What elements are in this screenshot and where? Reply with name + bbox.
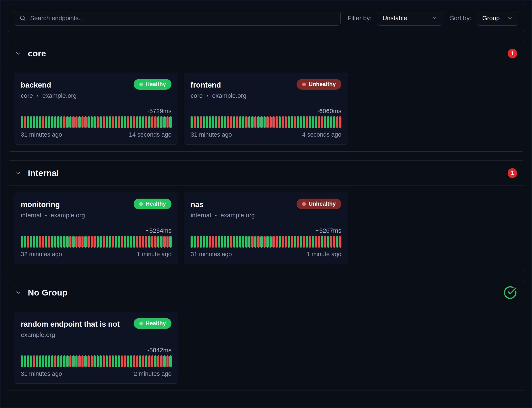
filter-select[interactable]: Unstable bbox=[377, 11, 443, 26]
history-bar[interactable] bbox=[154, 116, 157, 128]
history-bar[interactable] bbox=[264, 116, 266, 128]
history-bar[interactable] bbox=[115, 355, 117, 367]
history-bar[interactable] bbox=[248, 236, 251, 248]
history-bar[interactable] bbox=[300, 236, 302, 248]
history-bar[interactable] bbox=[282, 116, 284, 128]
history-bar[interactable] bbox=[148, 116, 150, 128]
history-bar[interactable] bbox=[142, 116, 144, 128]
history-bar[interactable] bbox=[154, 355, 157, 367]
history-bar[interactable] bbox=[318, 116, 320, 128]
history-bar[interactable] bbox=[124, 116, 126, 128]
history-bar[interactable] bbox=[103, 116, 105, 128]
history-bar[interactable] bbox=[333, 236, 335, 248]
history-bar[interactable] bbox=[233, 116, 235, 128]
history-bar[interactable] bbox=[30, 116, 32, 128]
history-bar[interactable] bbox=[66, 236, 69, 248]
history-bar[interactable] bbox=[103, 236, 105, 248]
history-bar[interactable] bbox=[106, 355, 108, 367]
history-bar[interactable] bbox=[87, 236, 90, 248]
sort-select[interactable]: Group bbox=[477, 11, 518, 26]
history-bar[interactable] bbox=[54, 116, 57, 128]
history-bar[interactable] bbox=[294, 236, 296, 248]
history-bar[interactable] bbox=[118, 236, 120, 248]
history-bar[interactable] bbox=[42, 355, 44, 367]
history-bar[interactable] bbox=[275, 236, 278, 248]
history-bar[interactable] bbox=[339, 236, 341, 248]
history-bar[interactable] bbox=[209, 236, 211, 248]
history-bar[interactable] bbox=[151, 236, 154, 248]
endpoint-card[interactable]: backend Healthy core • example.org ~5729… bbox=[14, 73, 178, 144]
history-bar[interactable] bbox=[139, 236, 141, 248]
history-bar[interactable] bbox=[130, 355, 132, 367]
group-header[interactable]: internal 1 bbox=[7, 161, 525, 186]
history-bar[interactable] bbox=[109, 116, 111, 128]
history-bar[interactable] bbox=[270, 116, 272, 128]
history-bar[interactable] bbox=[254, 116, 257, 128]
history-bar[interactable] bbox=[130, 116, 132, 128]
history-bar[interactable] bbox=[257, 116, 259, 128]
history-bar[interactable] bbox=[312, 236, 314, 248]
history-bar[interactable] bbox=[63, 236, 66, 248]
history-bar[interactable] bbox=[127, 355, 129, 367]
history-bar[interactable] bbox=[39, 236, 41, 248]
history-bar[interactable] bbox=[91, 236, 93, 248]
history-bar[interactable] bbox=[30, 355, 32, 367]
history-bar[interactable] bbox=[260, 116, 263, 128]
history-bar[interactable] bbox=[327, 116, 329, 128]
history-bar[interactable] bbox=[151, 355, 154, 367]
history-bar[interactable] bbox=[160, 116, 163, 128]
history-bar[interactable] bbox=[321, 236, 323, 248]
history-bar[interactable] bbox=[133, 355, 135, 367]
group-header[interactable]: No Group bbox=[7, 280, 525, 305]
history-bar[interactable] bbox=[33, 116, 35, 128]
endpoint-card[interactable]: frontend Unhealthy core • example.org ~6… bbox=[184, 73, 348, 144]
history-bar[interactable] bbox=[82, 355, 84, 367]
history-bar[interactable] bbox=[266, 236, 269, 248]
history-bar[interactable] bbox=[84, 116, 87, 128]
history-bar[interactable] bbox=[27, 116, 29, 128]
history-bar[interactable] bbox=[218, 236, 220, 248]
history-bar[interactable] bbox=[324, 116, 326, 128]
history-bar[interactable] bbox=[33, 355, 35, 367]
history-bar[interactable] bbox=[66, 355, 69, 367]
history-bar[interactable] bbox=[160, 355, 163, 367]
history-bar[interactable] bbox=[148, 236, 150, 248]
history-bar[interactable] bbox=[75, 116, 78, 128]
history-bar[interactable] bbox=[115, 116, 117, 128]
history-bar[interactable] bbox=[21, 236, 23, 248]
history-bar[interactable] bbox=[312, 116, 314, 128]
history-bar[interactable] bbox=[330, 236, 332, 248]
history-bar[interactable] bbox=[21, 116, 23, 128]
history-bar[interactable] bbox=[112, 236, 114, 248]
history-bar[interactable] bbox=[264, 236, 266, 248]
history-bar[interactable] bbox=[124, 236, 126, 248]
history-bar[interactable] bbox=[93, 355, 96, 367]
history-bar[interactable] bbox=[291, 236, 293, 248]
history-bar[interactable] bbox=[200, 236, 202, 248]
history-bar[interactable] bbox=[97, 355, 99, 367]
history-bar[interactable] bbox=[69, 236, 72, 248]
history-bar[interactable] bbox=[339, 116, 341, 128]
history-bar[interactable] bbox=[106, 236, 108, 248]
history-bar[interactable] bbox=[242, 236, 244, 248]
history-bar[interactable] bbox=[42, 236, 44, 248]
history-bar[interactable] bbox=[69, 116, 72, 128]
history-bar[interactable] bbox=[136, 355, 138, 367]
history-bar[interactable] bbox=[24, 355, 26, 367]
group-header[interactable]: core 1 bbox=[7, 41, 525, 66]
history-bar[interactable] bbox=[224, 116, 226, 128]
history-bar[interactable] bbox=[245, 116, 248, 128]
history-bar[interactable] bbox=[145, 355, 147, 367]
history-bar[interactable] bbox=[84, 236, 87, 248]
history-bar[interactable] bbox=[309, 236, 311, 248]
history-bar[interactable] bbox=[197, 116, 199, 128]
history-bar[interactable] bbox=[315, 116, 317, 128]
history-bar[interactable] bbox=[24, 116, 26, 128]
history-bar[interactable] bbox=[233, 236, 235, 248]
history-bar[interactable] bbox=[112, 355, 114, 367]
history-bar[interactable] bbox=[163, 236, 166, 248]
history-bar[interactable] bbox=[285, 116, 287, 128]
history-bar[interactable] bbox=[82, 236, 84, 248]
history-bar[interactable] bbox=[218, 116, 220, 128]
history-bar[interactable] bbox=[39, 355, 41, 367]
